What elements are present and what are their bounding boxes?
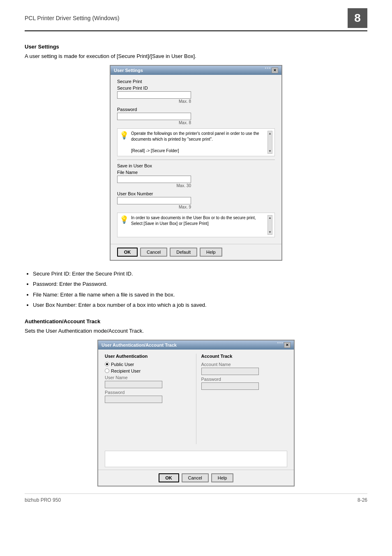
account-password-input[interactable] <box>201 382 259 390</box>
bullet-item-3: File Name: Enter a file name when a file… <box>33 290 367 299</box>
info-text-2: In order to save documents in the User B… <box>131 215 265 235</box>
user-name-label: User Name <box>105 375 191 380</box>
default-button[interactable]: Default <box>170 248 197 257</box>
page-container: PCL Printer Driver Setting (Windows) 8 U… <box>0 0 392 511</box>
dialog-body: Secure Print Secure Print ID Max. 8 Pass… <box>111 75 281 244</box>
password-input[interactable] <box>117 113 191 120</box>
account-name-input[interactable] <box>201 368 259 375</box>
info-scrollbar-2[interactable]: ▲ ▼ <box>267 215 272 235</box>
dialog-title: User Settings <box>114 68 143 73</box>
password-section: Password Max. 8 <box>117 107 275 125</box>
info-text-1: Operate the followings on the printer's … <box>131 131 265 154</box>
user-password-label: Password <box>105 390 191 395</box>
auth-titlebar-controls: ✕ <box>277 342 291 348</box>
radio-recipient-user[interactable]: Recipient User <box>105 368 191 373</box>
user-auth-col: User Authentication Public User Recipien… <box>105 354 196 444</box>
password-label: Password <box>117 107 275 112</box>
user-name-input[interactable] <box>105 381 162 388</box>
scroll-down-arrow[interactable]: ▼ <box>268 149 272 153</box>
radio-recipient-circle[interactable] <box>105 368 109 373</box>
radio-public-circle[interactable] <box>105 362 109 366</box>
titlebar-controls: ✕ <box>265 67 278 73</box>
secure-print-id-input[interactable] <box>117 91 191 99</box>
info-box-2: 💡 In order to save documents in the User… <box>117 213 275 237</box>
info-box-1: 💡 Operate the followings on the printer'… <box>117 128 275 156</box>
bullet-list: Secure Print ID: Enter the Secure Print … <box>33 269 367 310</box>
secure-print-id-label: Secure Print ID <box>117 86 275 90</box>
section-user-settings: User Settings A user setting is made for… <box>25 44 367 261</box>
auth-help-button[interactable]: Help <box>211 473 234 482</box>
footer-product: bizhub PRO 950 <box>25 497 61 503</box>
page-header: PCL Printer Driver Setting (Windows) 8 <box>25 8 367 31</box>
cancel-button[interactable]: Cancel <box>140 248 167 257</box>
radio-public-label: Public User <box>111 362 134 367</box>
bullet-item-2: Password: Enter the Password. <box>33 279 367 289</box>
info-scrollbar-1[interactable]: ▲ ▼ <box>267 131 272 154</box>
password-max: Max. 8 <box>117 120 191 125</box>
secure-print-id-max: Max. 8 <box>117 99 191 104</box>
secure-print-section: Secure Print Secure Print ID Max. 8 <box>117 79 275 104</box>
account-password-label: Password <box>201 377 288 382</box>
auth-dialog-buttons: OK Cancel Help <box>98 470 294 486</box>
section-auth-account: Authentication/Account Track Sets the Us… <box>25 318 367 486</box>
dialog-close-button[interactable]: ✕ <box>272 67 278 73</box>
account-track-col: Account Track Account Name Password <box>201 354 288 444</box>
dialog-buttons: OK Cancel Default Help <box>111 244 281 260</box>
scroll-up-arrow-2[interactable]: ▲ <box>268 215 272 220</box>
footer-page-ref: 8-26 <box>357 497 367 503</box>
user-box-number-label: User Box Number <box>117 191 275 196</box>
account-name-label: Account Name <box>201 362 288 367</box>
ok-button[interactable]: OK <box>117 248 138 257</box>
account-track-heading: Account Track <box>201 354 288 359</box>
section-divider <box>117 160 275 160</box>
auth-dialog-close-button[interactable]: ✕ <box>284 342 291 348</box>
help-button[interactable]: Help <box>200 248 222 257</box>
auth-cancel-button[interactable]: Cancel <box>182 473 209 482</box>
auth-ok-button[interactable]: OK <box>159 473 179 482</box>
auth-bottom-info <box>105 451 287 467</box>
section2-heading: Authentication/Account Track <box>25 318 367 324</box>
radio-public-user[interactable]: Public User <box>105 362 191 367</box>
page-footer: bizhub PRO 950 8-26 <box>25 493 367 503</box>
user-box-number-max: Max. 9 <box>117 205 191 209</box>
save-user-box-section: Save in User Box File Name Max. 30 <box>117 163 275 188</box>
dialog-titlebar: User Settings ✕ <box>111 66 281 75</box>
user-box-number-section: User Box Number Max. 9 <box>117 191 275 209</box>
info-icon-2: 💡 <box>120 215 129 235</box>
user-settings-dialog: User Settings ✕ Secure Print Secure Prin… <box>110 65 282 261</box>
bullet-item-1: Secure Print ID: Enter the Secure Print … <box>33 269 367 278</box>
auth-dialog-titlebar: User Authentication/Account Track ✕ <box>98 341 294 350</box>
file-name-input[interactable] <box>117 176 191 183</box>
secure-print-label: Secure Print <box>117 79 275 84</box>
auth-dialog: User Authentication/Account Track ✕ User… <box>97 340 295 486</box>
radio-recipient-label: Recipient User <box>111 368 141 373</box>
file-name-label: File Name <box>117 170 275 175</box>
header-title: PCL Printer Driver Setting (Windows) <box>25 15 120 21</box>
bullet-item-4: User Box Number: Enter a box number of a… <box>33 300 367 310</box>
section1-description: A user setting is made for execution of … <box>25 53 367 59</box>
scroll-down-arrow-2[interactable]: ▼ <box>268 230 272 234</box>
file-name-max: Max. 30 <box>117 183 191 188</box>
save-user-box-label: Save in User Box <box>117 163 275 168</box>
section1-heading: User Settings <box>25 44 367 50</box>
user-auth-heading: User Authentication <box>105 354 191 359</box>
auth-dialog-title: User Authentication/Account Track <box>101 343 177 348</box>
auth-dialog-body: User Authentication Public User Recipien… <box>98 350 294 448</box>
page-number: 8 <box>348 8 367 28</box>
user-password-input[interactable] <box>105 396 162 403</box>
user-box-number-input[interactable] <box>117 197 191 204</box>
scroll-up-arrow[interactable]: ▲ <box>268 131 272 136</box>
info-icon-1: 💡 <box>120 131 129 154</box>
section2-description: Sets the User Authentication mode/Accoun… <box>25 328 367 334</box>
